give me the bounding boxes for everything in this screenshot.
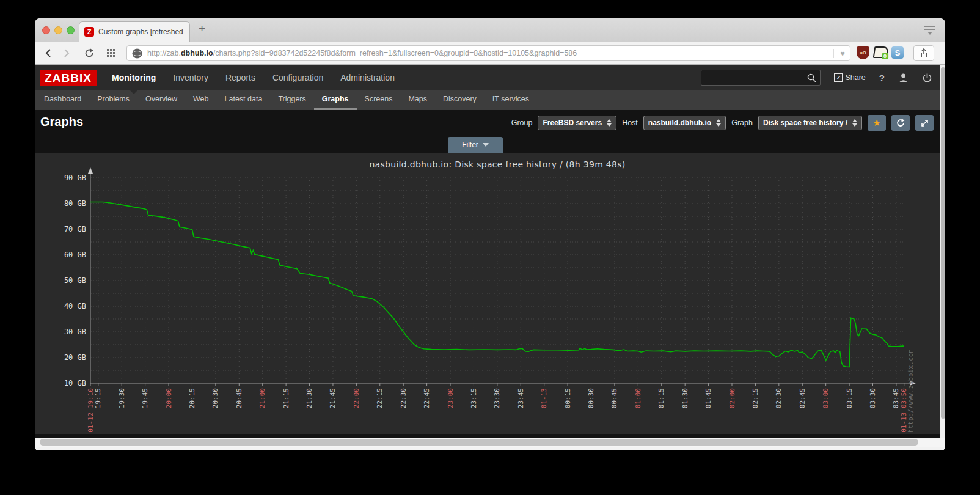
- svg-text:01:45: 01:45: [704, 388, 712, 408]
- group-select[interactable]: FreeBSD servers: [538, 116, 616, 130]
- fullscreen-button[interactable]: [915, 115, 934, 131]
- nav-inventory[interactable]: Inventory: [164, 65, 217, 90]
- svg-text:00:45: 00:45: [610, 388, 618, 408]
- subnav-web[interactable]: Web: [185, 90, 216, 110]
- group-label: Group: [511, 119, 533, 127]
- zabbix-header: ZABBIX Monitoring Inventory Reports Conf…: [35, 65, 940, 90]
- svg-text:00:30: 00:30: [587, 388, 595, 408]
- sub-nav: Dashboard Problems Overview Web Latest d…: [35, 90, 940, 110]
- svg-text:19:30: 19:30: [118, 388, 126, 408]
- ublock-extension-icon[interactable]: uO: [857, 46, 869, 59]
- horizontal-scrollbar-thumb[interactable]: [40, 439, 918, 446]
- svg-text:01:30: 01:30: [681, 388, 689, 408]
- svg-text:20:15: 20:15: [188, 388, 196, 408]
- svg-text:01:00: 01:00: [634, 388, 642, 408]
- svg-text:20:45: 20:45: [235, 388, 243, 408]
- subnav-discovery[interactable]: Discovery: [435, 90, 485, 110]
- refresh-button[interactable]: [891, 115, 910, 131]
- select-arrows-icon: [716, 119, 721, 127]
- svg-text:03:00: 03:00: [822, 388, 830, 408]
- svg-text:23:45: 23:45: [517, 388, 525, 408]
- svg-text:10 GB: 10 GB: [64, 379, 86, 387]
- svg-text:90 GB: 90 GB: [64, 174, 86, 182]
- url-site-icon: [132, 48, 142, 59]
- subnav-it-services[interactable]: IT services: [485, 90, 537, 110]
- browser-window: Z Custom graphs [refreshed ev +: [35, 18, 945, 450]
- subnav-graphs[interactable]: Graphs: [314, 90, 357, 110]
- share-menu[interactable]: Z Share: [834, 73, 865, 82]
- forward-button[interactable]: [58, 46, 74, 61]
- svg-text:23:15: 23:15: [470, 388, 478, 408]
- logout-icon[interactable]: [922, 73, 932, 83]
- nav-configuration[interactable]: Configuration: [264, 65, 332, 90]
- svg-text:02:15: 02:15: [751, 388, 759, 408]
- sneaker-extension-icon[interactable]: 0: [873, 46, 889, 58]
- svg-text:20 GB: 20 GB: [64, 353, 86, 362]
- share-button[interactable]: [913, 45, 934, 61]
- horizontal-scrollbar[interactable]: [35, 438, 945, 447]
- page-title: Graphs: [40, 115, 83, 129]
- svg-text:21:00: 21:00: [258, 388, 266, 408]
- browser-tab[interactable]: Z Custom graphs [refreshed ev: [79, 21, 190, 42]
- select-arrows-icon: [852, 119, 857, 127]
- graph-select[interactable]: Disk space free history /: [758, 116, 862, 130]
- main-nav: Monitoring Inventory Reports Configurati…: [103, 65, 403, 90]
- zabbix-watermark: http://www.zabbix.com: [907, 329, 914, 433]
- search-input[interactable]: [701, 70, 821, 86]
- disk-space-free-chart[interactable]: 01-12 19:1019:1519:3019:4520:0020:1520:3…: [35, 153, 940, 434]
- user-profile-icon[interactable]: [898, 73, 909, 83]
- subnav-latest-data[interactable]: Latest data: [217, 90, 271, 110]
- url-field[interactable]: http://zab.dbhub.io/charts.php?sid=9d837…: [126, 45, 850, 61]
- z-box-icon: Z: [834, 73, 843, 82]
- svg-text:03:45: 03:45: [892, 388, 900, 408]
- svg-text:50 GB: 50 GB: [64, 276, 86, 285]
- svg-text:03:15: 03:15: [846, 388, 854, 408]
- svg-text:22:00: 22:00: [353, 388, 360, 408]
- subnav-overview[interactable]: Overview: [137, 90, 185, 110]
- svg-text:23:00: 23:00: [447, 388, 455, 408]
- subnav-screens[interactable]: Screens: [357, 90, 401, 110]
- nav-monitoring[interactable]: Monitoring: [103, 65, 164, 90]
- refresh-icon: [896, 118, 905, 128]
- subnav-dashboard[interactable]: Dashboard: [36, 90, 89, 110]
- reload-button[interactable]: [81, 46, 97, 61]
- back-button[interactable]: [41, 46, 57, 61]
- zabbix-logo[interactable]: ZABBIX: [40, 70, 97, 86]
- zabbix-favicon: Z: [84, 27, 94, 37]
- filter-button[interactable]: Filter: [448, 137, 503, 153]
- favourite-button[interactable]: ★: [868, 115, 886, 131]
- subnav-triggers[interactable]: Triggers: [270, 90, 313, 110]
- svg-text:60 GB: 60 GB: [64, 251, 86, 259]
- help-button[interactable]: ?: [879, 73, 885, 83]
- grid-icon: [106, 48, 116, 58]
- nav-reports[interactable]: Reports: [217, 65, 264, 90]
- title-row: Graphs Group FreeBSD servers Host nasbui…: [35, 110, 940, 136]
- svg-text:03:30: 03:30: [869, 388, 877, 408]
- tab-overview-icon[interactable]: [924, 26, 935, 35]
- svg-text:19:45: 19:45: [141, 388, 149, 408]
- vertical-scrollbar-thumb[interactable]: [941, 67, 945, 419]
- svg-text:22:30: 22:30: [400, 388, 408, 408]
- svg-text:00:15: 00:15: [564, 388, 572, 408]
- svg-text:21:45: 21:45: [329, 388, 337, 408]
- tab-bar: Z Custom graphs [refreshed ev +: [35, 18, 945, 42]
- vertical-scrollbar[interactable]: [940, 65, 945, 438]
- chart-panel: nasbuild.dbhub.io: Disk space free histo…: [35, 153, 940, 434]
- subnav-maps[interactable]: Maps: [400, 90, 435, 110]
- top-sites-button[interactable]: [103, 46, 119, 61]
- zoom-window-button[interactable]: [67, 26, 75, 34]
- nav-administration[interactable]: Administration: [332, 65, 403, 90]
- s-extension-icon[interactable]: S: [891, 46, 904, 59]
- host-label: Host: [622, 119, 638, 127]
- minimize-window-button[interactable]: [54, 26, 62, 34]
- host-select[interactable]: nasbuild.dbhub.io: [643, 116, 726, 130]
- url-text: http://zab.dbhub.io/charts.php?sid=9d837…: [147, 49, 833, 57]
- new-tab-button[interactable]: +: [199, 22, 205, 35]
- svg-text:02:00: 02:00: [728, 388, 736, 408]
- graph-label: Graph: [731, 119, 753, 127]
- select-arrows-icon: [607, 119, 612, 127]
- close-window-button[interactable]: [42, 26, 50, 34]
- extension-badge: 0: [882, 53, 888, 59]
- heart-icon[interactable]: ♥: [833, 49, 845, 58]
- tab-title: Custom graphs [refreshed ev: [98, 28, 184, 36]
